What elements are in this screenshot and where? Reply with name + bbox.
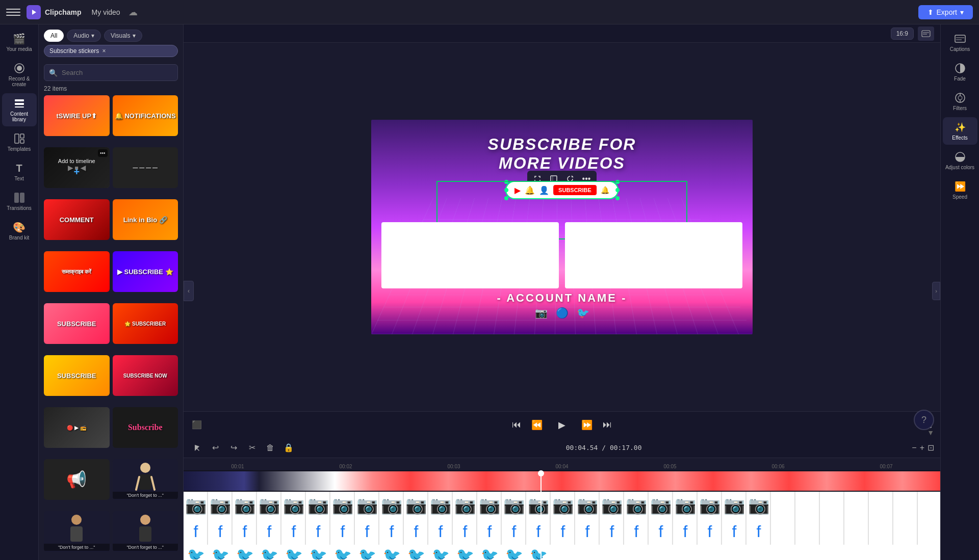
menu-icon[interactable] (6, 5, 20, 19)
twitter-icon-repeat: 🐦 (526, 547, 551, 561)
lock-btn[interactable]: 🔒 (281, 441, 296, 455)
fit-btn[interactable]: ⊡ (928, 443, 934, 452)
media-item[interactable]: 📢 + (44, 459, 110, 500)
skip-back-btn[interactable]: ⏮ (512, 419, 521, 430)
collapse-panel-btn[interactable]: ‹ (184, 281, 194, 301)
right-sidebar-item-filters[interactable]: Filters (943, 88, 977, 115)
zoom-out-btn[interactable]: − (912, 443, 916, 452)
rewind-btn[interactable]: ⏪ (531, 419, 543, 431)
play-pause-btn[interactable]: ▶ (553, 416, 571, 434)
subscribe-widget[interactable]: ▶ 🔔 👤 SUBSCRIBE 🔔 (505, 181, 619, 199)
facebook-icon-repeat: f (184, 522, 208, 541)
resize-handle-ml[interactable] (504, 188, 508, 192)
timeline-zoom: − + ⊡ (912, 443, 934, 452)
media-item-person-2[interactable]: "Don't forget to ..." + (44, 511, 110, 552)
instagram-icon-repeat: 📷 (330, 495, 355, 515)
captions-quick-btn[interactable] (918, 26, 934, 41)
filter-all-btn[interactable]: All (44, 30, 64, 42)
track-video[interactable] (184, 471, 940, 491)
facebook-icon-repeat: f (722, 522, 746, 541)
sidebar-item-record-create[interactable]: Record & create (2, 58, 37, 91)
redo-btn[interactable]: ↪ (226, 441, 241, 455)
undo-btn[interactable]: ↩ (208, 441, 222, 455)
track-instagram[interactable]: 📷 📷 📷 📷 📷 📷 📷 📷 📷 📷 📷 📷 📷 📷 (184, 492, 940, 518)
timeline-playhead[interactable] (540, 470, 542, 560)
facebook-icon-repeat: f (746, 522, 771, 541)
select-tool-btn[interactable] (190, 441, 204, 455)
sidebar-item-text[interactable]: T Text (2, 158, 37, 185)
media-item[interactable]: SUBSCRIBE NOW + (113, 355, 178, 396)
media-item[interactable]: ▶ SUBSCRIBE ⭐ + (113, 251, 178, 292)
sidebar-item-your-media[interactable]: 🎬 Your media (2, 29, 37, 56)
media-item[interactable]: सब्सक्राइब करें + (44, 251, 110, 292)
add-overlay-icon: + (75, 321, 78, 327)
media-item[interactable]: COMMENT + (44, 199, 110, 240)
right-sidebar-item-adjust-colors[interactable]: Adjust colors (943, 147, 977, 174)
resize-handle-tl[interactable] (504, 180, 508, 184)
track-facebook[interactable]: f f f f f f f f f f f f f f f (184, 518, 940, 545)
right-sidebar: Captions Fade Filters ✨ Effects Adjust c… (940, 24, 979, 560)
instagram-icon-repeat: 📷 (257, 495, 281, 515)
ruler-mark: 00:06 (724, 464, 832, 469)
right-collapse-btn[interactable]: › (932, 282, 940, 300)
media-item[interactable]: 🌟 SUBSCRIBER + (113, 303, 178, 344)
timeline-tracks[interactable]: 📷 📷 📷 📷 📷 📷 📷 📷 📷 📷 📷 📷 📷 📷 (184, 470, 940, 560)
media-item-person-3[interactable]: "Don't forget to ..." + (113, 511, 178, 552)
media-item[interactable]: SUBSCRIBE + (44, 303, 110, 344)
skip-forward-btn[interactable]: ⏭ (603, 419, 612, 430)
delete-btn[interactable]: 🗑 (263, 441, 277, 455)
timeline-ruler: 00:01 00:02 00:03 00:04 00:05 00:06 00:0… (184, 458, 940, 470)
media-item[interactable]: SUBSCRIBE + (44, 355, 110, 396)
resize-handle-bl[interactable] (504, 196, 508, 200)
media-item-hovered[interactable]: ▶ ■ ◀ Add to timeline + ••• (44, 147, 110, 188)
right-sidebar-item-captions[interactable]: Captions (943, 29, 977, 56)
filter-visuals-btn[interactable]: Visuals ▾ (104, 30, 142, 42)
sidebar-label-templates: Templates (8, 146, 31, 152)
add-overlay-icon: + (144, 528, 147, 535)
media-item-person[interactable]: "Don't forget to ..." + (113, 459, 178, 500)
facebook-icon-repeat: f (330, 522, 355, 541)
screen-capture-btn[interactable]: ⬛ (192, 420, 202, 430)
sidebar-item-content-library[interactable]: Content library (2, 93, 37, 126)
media-item[interactable]: 🔴 ▶ 📻 + (44, 407, 110, 448)
search-input[interactable] (44, 64, 178, 81)
sidebar-item-brand-kit[interactable]: 🎨 Brand kit (2, 217, 37, 245)
media-item[interactable]: tSWIRE UP⬆ + (44, 95, 110, 136)
add-overlay-icon: + (75, 528, 78, 535)
preview-area: SUBSCRIBE FOR MORE VIDEOS ••• (184, 43, 940, 411)
twitter-icon: 🐦 (577, 307, 589, 319)
right-sidebar-item-speed[interactable]: ⏩ Speed (943, 176, 977, 204)
sidebar-item-templates[interactable]: Templates (2, 128, 37, 156)
resize-handle-br[interactable] (615, 196, 620, 200)
record-create-icon (13, 62, 25, 74)
media-item[interactable]: Subscribe + (113, 407, 178, 448)
content-library-icon (13, 97, 25, 110)
right-sidebar-item-fade[interactable]: Fade (943, 58, 977, 86)
subscribe-button[interactable]: SUBSCRIBE (553, 185, 597, 195)
cut-btn[interactable]: ✂ (245, 441, 259, 455)
fast-forward-btn[interactable]: ⏩ (581, 419, 592, 431)
sidebar-item-transitions[interactable]: Transitions (2, 188, 37, 215)
track-twitter[interactable]: 🐦 🐦 🐦 🐦 🐦 🐦 🐦 🐦 🐦 🐦 🐦 🐦 🐦 🐦 (184, 545, 940, 560)
right-sidebar-item-effects[interactable]: ✨ Effects (943, 117, 977, 145)
media-item[interactable]: Link in Bio 🔗 + (113, 199, 178, 240)
media-item[interactable]: — — — — + (113, 147, 178, 188)
zoom-in-btn[interactable]: + (920, 443, 924, 452)
video-title[interactable]: My video (92, 8, 120, 16)
media-item[interactable]: 🔔 NOTIFICATIONS + (113, 95, 178, 136)
timeline-scroll-down[interactable]: ▼ (927, 429, 934, 437)
export-button[interactable]: ⬆ Export ▾ (918, 5, 973, 19)
resize-handle-mr[interactable] (615, 188, 620, 192)
sub-bell-icon: 🔔 (601, 186, 609, 194)
facebook-icon-repeat: f (404, 522, 428, 541)
instagram-icon-repeat: 📷 (575, 495, 600, 515)
resize-handle-tr[interactable] (615, 180, 620, 184)
add-overlay-icon: + (144, 113, 147, 119)
tag-close-btn[interactable]: × (102, 47, 106, 55)
aspect-ratio-btn[interactable]: 16:9 (891, 28, 914, 40)
filter-audio-btn[interactable]: Audio ▾ (67, 30, 101, 42)
svg-rect-6 (15, 106, 24, 108)
facebook-icon-repeat: f (281, 522, 306, 541)
visuals-dropdown-icon: ▾ (133, 32, 136, 39)
help-bubble[interactable]: ? (914, 410, 934, 430)
